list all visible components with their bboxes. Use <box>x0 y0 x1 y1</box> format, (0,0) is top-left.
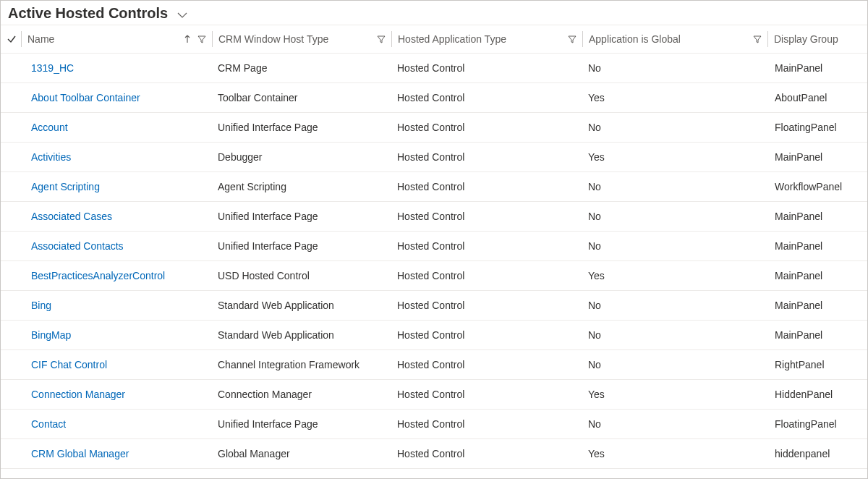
record-link[interactable]: Account <box>31 122 68 133</box>
row-selector[interactable] <box>1 122 21 133</box>
record-link[interactable]: BestPracticesAnalyzerControl <box>31 270 165 281</box>
cell-display-group: MainPanel <box>767 203 867 229</box>
row-selector[interactable] <box>1 211 21 222</box>
cell-name: Agent Scripting <box>21 174 212 200</box>
check-icon <box>7 34 17 44</box>
column-header-display-group[interactable]: Display Group <box>767 31 867 47</box>
cell-name: Account <box>21 114 212 140</box>
chevron-down-icon[interactable] <box>176 9 188 21</box>
cell-host-type: Unified Interface Page <box>212 233 391 259</box>
table-row[interactable]: BingStandard Web ApplicationHosted Contr… <box>1 291 867 321</box>
table-row[interactable]: ContactUnified Interface PageHosted Cont… <box>1 410 867 439</box>
record-link[interactable]: Contact <box>31 418 66 430</box>
cell-host-type: Agent Scripting <box>212 174 391 200</box>
filter-icon[interactable] <box>568 35 576 43</box>
row-selector[interactable] <box>1 389 21 400</box>
column-header-name[interactable]: Name <box>21 31 212 47</box>
table-row[interactable]: Associated CasesUnified Interface PageHo… <box>1 202 867 232</box>
row-selector[interactable] <box>1 181 21 192</box>
cell-app-type: Hosted Control <box>391 352 582 378</box>
cell-is-global: No <box>582 352 767 378</box>
column-header-is-global[interactable]: Application is Global <box>582 31 767 47</box>
record-link[interactable]: BingMap <box>31 329 71 341</box>
cell-is-global: No <box>582 174 767 200</box>
cell-is-global: No <box>582 322 767 348</box>
table-row[interactable]: BingMapStandard Web ApplicationHosted Co… <box>1 321 867 350</box>
table-row[interactable]: CIF Chat ControlChannel Integration Fram… <box>1 350 867 380</box>
record-link[interactable]: About Toolbar Container <box>31 92 140 103</box>
cell-host-type: Unified Interface Page <box>212 203 391 229</box>
cell-name: BestPracticesAnalyzerControl <box>21 263 212 289</box>
record-link[interactable]: Associated Contacts <box>31 240 124 252</box>
row-selector[interactable] <box>1 270 21 281</box>
view-container: Active Hosted Controls Name <box>0 0 868 479</box>
row-selector[interactable] <box>1 92 21 103</box>
cell-name: Associated Cases <box>21 203 212 229</box>
cell-display-group: WorkflowPanel <box>767 174 867 200</box>
record-link[interactable]: Agent Scripting <box>31 181 100 192</box>
filter-icon[interactable] <box>753 35 762 43</box>
cell-display-group: MainPanel <box>767 144 867 170</box>
cell-display-group: FloatingPanel <box>767 114 867 140</box>
table-row[interactable]: Associated ContactsUnified Interface Pag… <box>1 232 867 261</box>
column-header-label: Name <box>27 33 54 45</box>
cell-host-type: Standard Web Application <box>212 322 391 348</box>
record-link[interactable]: 1319_HC <box>31 62 74 74</box>
filter-icon[interactable] <box>197 35 206 43</box>
column-header-select-all[interactable] <box>1 31 21 47</box>
cell-display-group: FloatingPanel <box>767 411 867 437</box>
row-selector[interactable] <box>1 418 21 430</box>
row-selector[interactable] <box>1 300 21 311</box>
cell-app-type: Hosted Control <box>391 233 582 259</box>
grid-body: 1319_HCCRM PageHosted ControlNoMainPanel… <box>1 54 867 469</box>
column-header-app-type[interactable]: Hosted Application Type <box>391 31 582 47</box>
row-selector[interactable] <box>1 329 21 341</box>
row-selector[interactable] <box>1 151 21 163</box>
row-selector[interactable] <box>1 448 21 459</box>
record-link[interactable]: Connection Manager <box>31 389 125 400</box>
record-link[interactable]: Activities <box>31 151 71 163</box>
grid-header-row: Name CRM Window Host Type <box>1 25 867 54</box>
cell-is-global: Yes <box>582 441 767 467</box>
record-link[interactable]: CRM Global Manager <box>31 448 129 459</box>
table-row[interactable]: CRM Global ManagerGlobal ManagerHosted C… <box>1 439 867 469</box>
cell-name: About Toolbar Container <box>21 85 212 111</box>
cell-name: Associated Contacts <box>21 233 212 259</box>
table-row[interactable]: About Toolbar ContainerToolbar Container… <box>1 83 867 113</box>
cell-host-type: CRM Page <box>212 55 391 81</box>
view-title: Active Hosted Controls <box>8 5 168 22</box>
cell-display-group: MainPanel <box>767 322 867 348</box>
cell-is-global: No <box>582 292 767 318</box>
row-selector[interactable] <box>1 62 21 74</box>
row-selector[interactable] <box>1 359 21 370</box>
table-row[interactable]: Agent ScriptingAgent ScriptingHosted Con… <box>1 172 867 202</box>
cell-host-type: Connection Manager <box>212 381 391 407</box>
record-link[interactable]: Bing <box>31 300 51 311</box>
cell-app-type: Hosted Control <box>391 144 582 170</box>
table-row[interactable]: BestPracticesAnalyzerControlUSD Hosted C… <box>1 261 867 291</box>
cell-name: CRM Global Manager <box>21 441 212 467</box>
cell-app-type: Hosted Control <box>391 322 582 348</box>
cell-is-global: No <box>582 203 767 229</box>
cell-is-global: Yes <box>582 85 767 111</box>
row-selector[interactable] <box>1 240 21 252</box>
column-header-host-type[interactable]: CRM Window Host Type <box>212 31 391 47</box>
cell-app-type: Hosted Control <box>391 85 582 111</box>
cell-name: Connection Manager <box>21 381 212 407</box>
cell-display-group: MainPanel <box>767 233 867 259</box>
table-row[interactable]: 1319_HCCRM PageHosted ControlNoMainPanel <box>1 54 867 83</box>
cell-display-group: MainPanel <box>767 263 867 289</box>
cell-app-type: Hosted Control <box>391 292 582 318</box>
table-row[interactable]: Connection ManagerConnection ManagerHost… <box>1 380 867 410</box>
column-header-label: Hosted Application Type <box>398 33 506 45</box>
table-row[interactable]: AccountUnified Interface PageHosted Cont… <box>1 113 867 143</box>
record-link[interactable]: CIF Chat Control <box>31 359 107 370</box>
table-row[interactable]: ActivitiesDebuggerHosted ControlYesMainP… <box>1 143 867 172</box>
filter-icon[interactable] <box>377 35 386 43</box>
record-link[interactable]: Associated Cases <box>31 211 112 222</box>
cell-name: BingMap <box>21 322 212 348</box>
cell-host-type: Toolbar Container <box>212 85 391 111</box>
sort-asc-icon[interactable] <box>183 35 192 43</box>
cell-display-group: HiddenPanel <box>767 381 867 407</box>
cell-app-type: Hosted Control <box>391 263 582 289</box>
